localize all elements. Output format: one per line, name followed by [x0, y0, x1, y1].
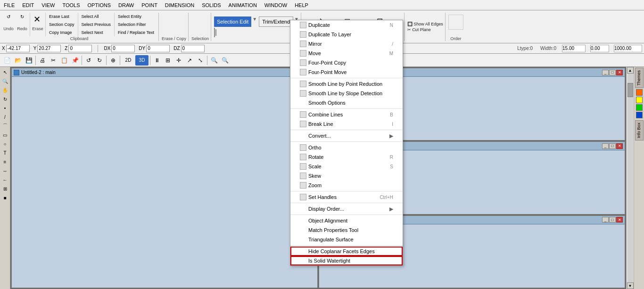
rotate-shortcut: R	[390, 155, 393, 160]
move-label: Move	[308, 50, 321, 56]
menu-smooth-point-reduction[interactable]: Smooth Line by Point Reduction	[290, 79, 403, 89]
menu-duplicate-to-layer[interactable]: Duplicate To Layer	[290, 30, 403, 39]
duplicate-icon	[300, 22, 306, 28]
divider-5	[290, 191, 403, 191]
menu-duplicate[interactable]: Duplicate N	[290, 20, 403, 30]
menu-triangulate-surface[interactable]: Triangulate Surface	[290, 235, 403, 244]
menu-four-point-move[interactable]: Four-Point Move	[290, 67, 403, 77]
menu-mirror[interactable]: Mirror /	[290, 39, 403, 49]
scale-shortcut: S	[390, 164, 393, 169]
rotate-label: Rotate	[308, 154, 323, 160]
menu-four-point-copy[interactable]: Four-Point Copy	[290, 58, 403, 67]
smooth-pr-icon	[300, 81, 306, 87]
smooth-pr-label: Smooth Line by Point Reduction	[308, 81, 382, 87]
handles-shortcut: Ctrl+H	[380, 195, 393, 200]
menu-break-line[interactable]: Break Line I	[290, 119, 403, 129]
smooth-sd-icon	[300, 90, 306, 97]
mirror-icon	[300, 41, 306, 47]
divider-2	[290, 108, 403, 109]
dup-layer-label: Duplicate To Layer	[308, 32, 351, 37]
dropdown-menu: Duplicate N Duplicate To Layer Mirror / …	[290, 20, 403, 266]
dup-layer-icon	[300, 31, 306, 38]
handles-label: Set Handles	[308, 194, 337, 200]
combine-icon	[300, 111, 306, 118]
menu-object-alignment[interactable]: Object Alignment	[290, 216, 403, 225]
move-icon	[300, 50, 306, 57]
match-props-label: Match Properties Tool	[308, 227, 358, 233]
divider-3	[290, 130, 403, 130]
divider-6	[290, 203, 403, 203]
convert-menu-icon	[300, 132, 306, 139]
divider-1	[290, 78, 403, 78]
smooth-sd-label: Smooth Line by Slope Detection	[308, 91, 382, 96]
menu-display-order[interactable]: Display Order... ▶	[290, 204, 403, 214]
menu-zoom[interactable]: Zoom	[290, 181, 403, 190]
menu-convert[interactable]: Convert... ▶	[290, 131, 403, 140]
menu-skew[interactable]: Skew	[290, 171, 403, 181]
fp-copy-label: Four-Point Copy	[308, 60, 346, 66]
skew-label: Skew	[308, 173, 321, 179]
match-props-icon	[300, 227, 306, 233]
menu-match-properties[interactable]: Match Properties Tool	[290, 225, 403, 235]
triangulate-label: Triangulate Surface	[308, 237, 354, 242]
break-label: Break Line	[308, 121, 333, 127]
menu-scale[interactable]: Scale S	[290, 162, 403, 171]
zoom-label: Zoom	[308, 182, 322, 188]
ortho-label: Ortho	[308, 145, 322, 150]
menu-smooth-slope-detection[interactable]: Smooth Line by Slope Detection	[290, 89, 403, 98]
obj-align-label: Object Alignment	[308, 218, 347, 223]
scale-label: Scale	[308, 164, 322, 169]
handles-icon	[300, 194, 306, 200]
fp-move-icon	[300, 69, 306, 75]
menu-hide-coplanar[interactable]: Hide Coplanar Facets Edges	[290, 247, 403, 256]
convert-arrow: ▶	[389, 133, 393, 139]
triangulate-icon	[300, 236, 306, 243]
divider-4	[290, 141, 403, 142]
menu-is-solid-watertight[interactable]: Is Solid Watertight	[290, 256, 403, 265]
watertight-icon	[300, 257, 306, 264]
smooth-opt-icon	[300, 99, 306, 106]
scale-icon	[300, 163, 306, 170]
display-order-arrow: ▶	[389, 206, 393, 212]
ortho-icon	[300, 144, 306, 151]
combine-label: Combine Lines	[308, 112, 343, 117]
mirror-shortcut: /	[392, 41, 393, 47]
break-shortcut: I	[392, 122, 393, 127]
menu-ortho[interactable]: Ortho	[290, 143, 403, 152]
duplicate-shortcut: N	[390, 23, 393, 28]
divider-7	[290, 215, 403, 215]
display-order-icon	[300, 206, 306, 212]
watertight-label: Is Solid Watertight	[308, 258, 350, 264]
menu-combine-lines[interactable]: Combine Lines B	[290, 110, 403, 119]
smooth-opt-label: Smooth Options	[308, 100, 346, 106]
menu-move[interactable]: Move M	[290, 49, 403, 58]
mirror-label: Mirror	[308, 41, 322, 47]
zoom-icon	[300, 182, 306, 189]
convert-menu-label: Convert...	[308, 133, 331, 139]
rotate-icon	[300, 154, 306, 160]
divider-8	[290, 245, 403, 246]
display-order-label: Display Order...	[308, 206, 344, 212]
hide-coplanar-icon	[300, 248, 306, 255]
move-shortcut: M	[389, 51, 393, 56]
skew-icon	[300, 173, 306, 179]
fp-copy-icon	[300, 59, 306, 66]
break-icon	[300, 121, 306, 127]
obj-align-icon	[300, 217, 306, 224]
fp-move-label: Four-Point Move	[308, 69, 347, 75]
combine-shortcut: B	[390, 112, 393, 117]
menu-rotate[interactable]: Rotate R	[290, 152, 403, 162]
menu-smooth-options[interactable]: Smooth Options	[290, 98, 403, 107]
hide-coplanar-label: Hide Coplanar Facets Edges	[308, 248, 375, 254]
menu-set-handles[interactable]: Set Handles Ctrl+H	[290, 192, 403, 202]
duplicate-label: Duplicate	[308, 22, 330, 28]
